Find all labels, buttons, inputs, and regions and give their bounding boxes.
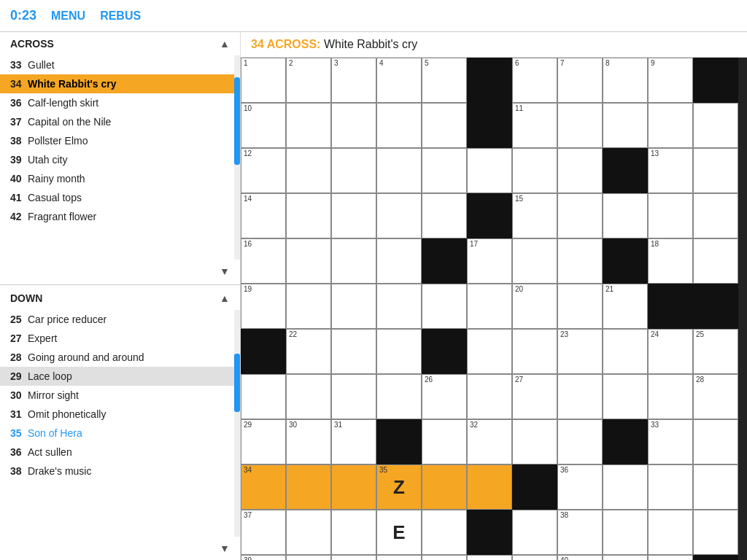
- grid-cell[interactable]: [467, 58, 512, 103]
- grid-cell[interactable]: [467, 374, 512, 419]
- grid-cell[interactable]: [422, 510, 467, 555]
- grid-cell[interactable]: [376, 193, 422, 238]
- grid-cell[interactable]: [286, 510, 331, 555]
- grid-cell[interactable]: 34: [241, 464, 286, 510]
- grid-cell[interactable]: [648, 193, 693, 238]
- across-clue-36[interactable]: 36Calf-length skirt: [0, 93, 234, 112]
- down-scroll-down[interactable]: ▼: [217, 540, 233, 556]
- grid-cell[interactable]: [467, 329, 512, 374]
- grid-cell[interactable]: [512, 148, 557, 193]
- grid-cell[interactable]: [241, 329, 286, 374]
- grid-cell[interactable]: [557, 103, 603, 148]
- grid-cell[interactable]: [376, 419, 422, 464]
- grid-cell[interactable]: 20: [512, 284, 557, 329]
- down-scrollbar[interactable]: [234, 310, 240, 537]
- grid-cell[interactable]: [603, 148, 648, 193]
- grid-cell[interactable]: 6: [512, 58, 557, 103]
- across-scroll-down[interactable]: ▼: [217, 263, 233, 279]
- grid-cell[interactable]: [557, 374, 603, 419]
- grid-cell[interactable]: 37: [241, 510, 286, 555]
- grid-cell[interactable]: [467, 510, 512, 555]
- grid-cell[interactable]: [512, 329, 557, 374]
- grid-cell[interactable]: [331, 329, 376, 374]
- grid-cell[interactable]: [286, 238, 331, 284]
- grid-cell[interactable]: [648, 510, 693, 555]
- grid-cell[interactable]: [512, 555, 557, 560]
- grid-cell[interactable]: [467, 464, 512, 510]
- grid-cell[interactable]: [331, 148, 376, 193]
- grid-cell[interactable]: [557, 284, 603, 329]
- grid-cell[interactable]: E: [376, 510, 422, 555]
- grid-cell[interactable]: [331, 510, 376, 555]
- grid-cell[interactable]: [603, 464, 648, 510]
- grid-cell[interactable]: 39: [241, 555, 286, 560]
- grid-cell[interactable]: [376, 148, 422, 193]
- grid-cell[interactable]: [603, 238, 648, 284]
- grid-cell[interactable]: [422, 555, 467, 560]
- grid-cell[interactable]: 35Z: [376, 464, 422, 510]
- rebus-button[interactable]: REBUS: [100, 9, 141, 23]
- grid-cell[interactable]: [422, 464, 467, 510]
- grid-cell[interactable]: 15: [512, 193, 557, 238]
- grid-cell[interactable]: [693, 464, 738, 510]
- down-clue-29[interactable]: 29Lace loop: [0, 367, 234, 386]
- grid-cell[interactable]: 28: [693, 374, 738, 419]
- grid-cell[interactable]: [422, 284, 467, 329]
- grid-cell[interactable]: [648, 103, 693, 148]
- grid-cell[interactable]: 19: [241, 284, 286, 329]
- grid-cell[interactable]: 14: [241, 193, 286, 238]
- grid-cell[interactable]: [286, 103, 331, 148]
- grid-cell[interactable]: [467, 103, 512, 148]
- grid-cell[interactable]: [422, 238, 467, 284]
- grid-cell[interactable]: [286, 464, 331, 510]
- menu-button[interactable]: MENU: [51, 9, 85, 23]
- grid-cell[interactable]: [603, 374, 648, 419]
- grid-cell[interactable]: [693, 103, 738, 148]
- grid-cell[interactable]: 8: [603, 58, 648, 103]
- across-clue-37[interactable]: 37Capital on the Nile: [0, 112, 234, 131]
- grid-cell[interactable]: [422, 193, 467, 238]
- down-clue-27[interactable]: 27Expert: [0, 329, 234, 348]
- grid-cell[interactable]: [467, 193, 512, 238]
- grid-cell[interactable]: [512, 419, 557, 464]
- across-clue-40[interactable]: 40Rainy month: [0, 169, 234, 188]
- grid-cell[interactable]: 40: [557, 555, 603, 560]
- grid-cell[interactable]: [603, 555, 648, 560]
- grid-cell[interactable]: 24: [648, 329, 693, 374]
- grid-cell[interactable]: 2: [286, 58, 331, 103]
- across-clue-39[interactable]: 39Utah city: [0, 150, 234, 169]
- grid-cell[interactable]: [603, 193, 648, 238]
- grid-cell[interactable]: [693, 510, 738, 555]
- grid-cell[interactable]: [331, 103, 376, 148]
- grid-cell[interactable]: 23: [557, 329, 603, 374]
- grid-cell[interactable]: [331, 238, 376, 284]
- down-clue-38[interactable]: 38Drake's music: [0, 462, 234, 481]
- grid-cell[interactable]: [286, 193, 331, 238]
- across-clue-42[interactable]: 42Fragrant flower: [0, 207, 234, 226]
- grid-cell[interactable]: [603, 419, 648, 464]
- grid-cell[interactable]: 29: [241, 419, 286, 464]
- grid-cell[interactable]: [648, 464, 693, 510]
- grid-cell[interactable]: [331, 284, 376, 329]
- down-clue-35[interactable]: 35Son of Hera: [0, 424, 234, 443]
- grid-cell[interactable]: 10: [241, 103, 286, 148]
- grid-cell[interactable]: 17: [467, 238, 512, 284]
- down-clue-36[interactable]: 36Act sullen: [0, 443, 234, 462]
- grid-cell[interactable]: [648, 374, 693, 419]
- across-scrollbar[interactable]: [234, 55, 240, 260]
- grid-cell[interactable]: 18: [648, 238, 693, 284]
- grid-cell[interactable]: 22: [286, 329, 331, 374]
- grid-cell[interactable]: [467, 148, 512, 193]
- grid-cell[interactable]: 33: [648, 419, 693, 464]
- grid-cell[interactable]: 32: [467, 419, 512, 464]
- grid-cell[interactable]: [331, 464, 376, 510]
- grid-cell[interactable]: 31: [331, 419, 376, 464]
- grid-cell[interactable]: [331, 374, 376, 419]
- grid-cell[interactable]: [512, 238, 557, 284]
- grid-cell[interactable]: 13: [648, 148, 693, 193]
- down-scroll-up[interactable]: ▲: [217, 290, 233, 306]
- grid-cell[interactable]: 1: [241, 58, 286, 103]
- grid-cell[interactable]: 38: [557, 510, 603, 555]
- grid-cell[interactable]: 27: [512, 374, 557, 419]
- grid-cell[interactable]: [331, 193, 376, 238]
